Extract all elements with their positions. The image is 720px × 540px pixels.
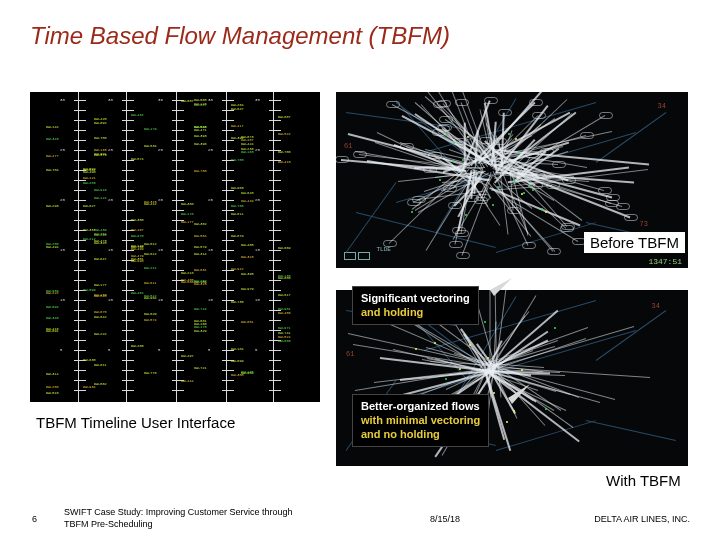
footer-company: DELTA AIR LINES, INC. (594, 514, 690, 524)
svg-marker-1 (508, 384, 530, 404)
footer-title: SWIFT Case Study: Improving Customer Ser… (64, 506, 314, 530)
timeline-caption: TBFM Timeline User Interface (36, 414, 235, 431)
svg-marker-0 (490, 278, 512, 296)
slide-title: Time Based Flow Management (TBFM) (30, 22, 450, 50)
callout-pointer-icon (508, 382, 538, 404)
callout-before: Significant vectoring and holding (352, 286, 479, 325)
radar-time: 1347:51 (648, 257, 682, 266)
after-label: With TBFM (600, 470, 687, 491)
page-number: 6 (32, 514, 37, 524)
tbfm-timeline-screenshot: (function(){ var blk = document.currentS… (30, 92, 320, 402)
footer-date: 8/15/18 (430, 514, 460, 524)
radar-control-boxes: TLDE (344, 246, 391, 264)
before-label: Before TBFM (584, 232, 685, 253)
callout-after: Better-organized flows with minimal vect… (352, 394, 489, 447)
callout-pointer-icon (490, 276, 520, 296)
